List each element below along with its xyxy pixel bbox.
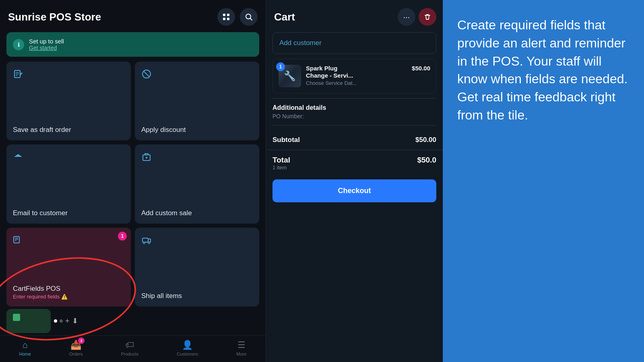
customers-label: Customers bbox=[177, 352, 198, 356]
total-label: Total bbox=[272, 156, 290, 165]
tile-green[interactable] bbox=[6, 309, 51, 333]
home-icon: ⌂ bbox=[23, 340, 28, 350]
svg-rect-3 bbox=[227, 18, 229, 20]
tile-custom-sale[interactable]: Add custom sale bbox=[135, 144, 259, 223]
svg-marker-12 bbox=[14, 154, 22, 157]
apply-discount-label: Apply discount bbox=[141, 126, 253, 134]
total-label-block: Total 1 item bbox=[272, 156, 290, 171]
search-button[interactable] bbox=[240, 8, 258, 26]
svg-line-11 bbox=[144, 72, 149, 76]
custom-sale-label: Add custom sale bbox=[141, 209, 253, 217]
svg-point-22 bbox=[143, 242, 145, 244]
subtotal-row: Subtotal $50.00 bbox=[266, 130, 443, 150]
nav-more[interactable]: ☰ More bbox=[236, 340, 246, 356]
svg-rect-2 bbox=[223, 18, 225, 20]
info-icon: ℹ bbox=[13, 39, 24, 50]
additional-details-title: Additional details bbox=[272, 104, 436, 111]
cart-item[interactable]: 1 Spark Plug Change - Servi... $50.00 Ch… bbox=[272, 59, 436, 93]
products-icon: 🏷 bbox=[125, 340, 134, 350]
right-panel: Create required fields that provide an a… bbox=[443, 0, 644, 362]
svg-rect-24 bbox=[13, 314, 20, 321]
nav-customers[interactable]: 👤 Customers bbox=[177, 340, 198, 356]
cart-item-sub: Choose Service Dat... bbox=[306, 80, 430, 86]
cart-item-price: $50.00 bbox=[412, 65, 430, 72]
required-fields-warning: Enter required fields ⚠️ bbox=[13, 294, 68, 300]
grid-icon-button[interactable] bbox=[217, 8, 235, 26]
cart-item-header: Spark Plug Change - Servi... $50.00 bbox=[306, 65, 430, 79]
cartfields-badge: 1 bbox=[118, 232, 127, 241]
total-value: $50.0 bbox=[417, 156, 436, 165]
nav-home[interactable]: ⌂ Home bbox=[19, 340, 31, 356]
svg-rect-21 bbox=[148, 239, 151, 242]
nav-orders[interactable]: 📥 2 Orders bbox=[69, 340, 83, 356]
svg-line-5 bbox=[250, 19, 252, 21]
checkout-label: Checkout bbox=[338, 187, 371, 195]
app-header: Sunrise POS Store bbox=[0, 0, 266, 32]
more-icon: ☰ bbox=[237, 340, 246, 350]
cartfields-label: CartFields POS bbox=[13, 285, 60, 292]
total-items: 1 item bbox=[272, 165, 290, 171]
cart-item-name2: Change - Servi... bbox=[306, 72, 353, 79]
pagination-dots: + ⬇ bbox=[54, 317, 78, 325]
download-icon[interactable]: ⬇ bbox=[72, 317, 78, 325]
cart-item-name-block: Spark Plug Change - Servi... bbox=[306, 65, 353, 79]
total-row: Total 1 item $50.0 bbox=[266, 150, 443, 176]
draft-order-label: Save as draft order bbox=[13, 126, 124, 134]
green-tile-icon bbox=[12, 313, 45, 324]
cart-header: Cart ··· bbox=[266, 0, 443, 32]
tiles-grid: Save as draft order Apply discount bbox=[0, 62, 266, 306]
tile-email-customer[interactable]: Email to customer bbox=[6, 144, 131, 223]
svg-rect-16 bbox=[14, 237, 19, 243]
custom-sale-icon bbox=[141, 152, 253, 165]
dot-active bbox=[54, 319, 57, 323]
cart-panel: Cart ··· Add customer 1 Spark Plug Chang… bbox=[266, 0, 443, 362]
svg-rect-20 bbox=[142, 238, 148, 242]
orders-icon-wrapper: 📥 2 bbox=[70, 340, 81, 350]
add-customer-button[interactable]: Add customer bbox=[272, 32, 436, 54]
orders-label: Orders bbox=[69, 352, 83, 356]
setup-title: Set up to sell bbox=[29, 38, 64, 45]
subtotal-label: Subtotal bbox=[272, 136, 300, 144]
ship-items-label: Ship all items bbox=[141, 292, 253, 300]
tile-draft-order[interactable]: Save as draft order bbox=[6, 62, 131, 140]
products-label: Products bbox=[121, 352, 138, 356]
orders-badge: 2 bbox=[78, 337, 85, 344]
home-label: Home bbox=[19, 352, 31, 356]
add-customer-label: Add customer bbox=[279, 39, 322, 47]
ship-items-icon bbox=[141, 235, 253, 248]
setup-banner[interactable]: ℹ Set up to sell Get started bbox=[6, 32, 259, 57]
draft-order-icon bbox=[13, 69, 124, 82]
cart-more-button[interactable]: ··· bbox=[398, 8, 415, 26]
tile-apply-discount[interactable]: Apply discount bbox=[135, 62, 259, 140]
checkout-button[interactable]: Checkout bbox=[272, 179, 436, 202]
bottom-row: + ⬇ bbox=[0, 306, 266, 335]
cart-item-details: Spark Plug Change - Servi... $50.00 Choo… bbox=[306, 65, 430, 86]
right-description-text: Create required fields that provide an a… bbox=[457, 16, 630, 124]
more-label: More bbox=[236, 352, 246, 356]
cartfields-text-block: CartFields POS Enter required fields ⚠️ bbox=[13, 285, 124, 300]
apply-discount-icon bbox=[141, 69, 253, 82]
nav-products[interactable]: 🏷 Products bbox=[121, 340, 138, 356]
setup-text: Set up to sell Get started bbox=[29, 38, 64, 51]
cart-item-thumbnail-wrapper: 1 bbox=[279, 65, 301, 87]
plus-icon[interactable]: + bbox=[65, 317, 70, 325]
email-customer-label: Email to customer bbox=[13, 209, 124, 217]
cart-item-name: Spark Plug bbox=[306, 65, 337, 72]
cart-title: Cart bbox=[274, 11, 394, 23]
store-title: Sunrise POS Store bbox=[8, 11, 213, 23]
cartfields-icon bbox=[13, 235, 124, 247]
svg-point-23 bbox=[148, 242, 150, 244]
additional-details-sub: PO Number: bbox=[272, 113, 436, 119]
cart-delete-button[interactable] bbox=[419, 8, 436, 26]
dot-inactive bbox=[60, 319, 63, 323]
bottom-nav: ⌂ Home 📥 2 Orders 🏷 Products 👤 Customers… bbox=[0, 335, 266, 362]
svg-rect-1 bbox=[227, 14, 229, 16]
subtotal-value: $50.00 bbox=[415, 136, 436, 144]
svg-rect-0 bbox=[223, 14, 225, 16]
additional-details-section: Additional details PO Number: bbox=[272, 98, 436, 125]
get-started-link[interactable]: Get started bbox=[29, 45, 64, 51]
tile-ship-items[interactable]: Ship all items bbox=[135, 228, 259, 306]
customers-icon: 👤 bbox=[182, 340, 193, 350]
tile-cartfields[interactable]: CartFields POS Enter required fields ⚠️ … bbox=[6, 228, 131, 306]
left-panel: Sunrise POS Store ℹ Set up to sell Get s… bbox=[0, 0, 266, 362]
